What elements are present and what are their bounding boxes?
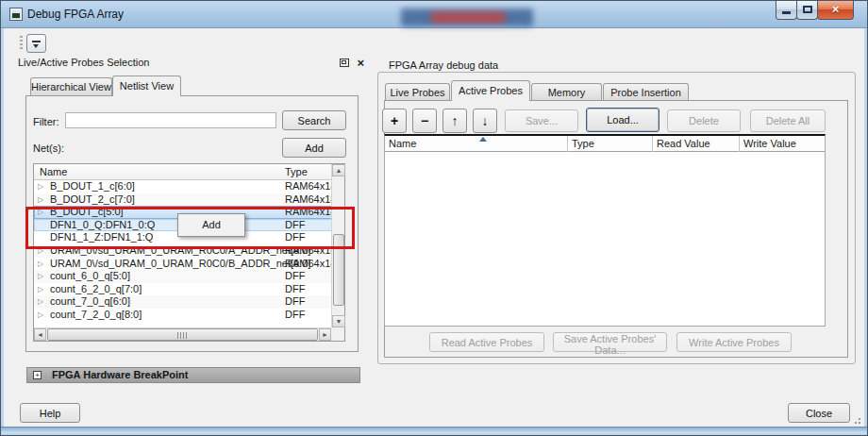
column-header-name[interactable]: Name (385, 136, 568, 152)
expander-icon[interactable]: ▷ (38, 270, 43, 283)
load-button[interactable]: Load... (586, 108, 659, 132)
netlist-table: Name Type ▷B_DOUT_1_c[6:0]RAM64x18▷B_DOU… (33, 163, 345, 342)
tab-probe-insertion[interactable]: Probe Insertion (603, 83, 689, 101)
filter-label: Filter: (33, 116, 59, 127)
horizontal-scroll-thumb[interactable] (47, 328, 318, 341)
app-icon (9, 8, 23, 21)
scroll-right-icon[interactable]: ► (319, 328, 331, 341)
window-border-right (864, 28, 867, 428)
close-dock-icon[interactable]: × (357, 56, 364, 70)
minimize-button[interactable] (776, 1, 797, 20)
context-menu-item-add[interactable]: Add (180, 216, 242, 234)
window-title: Debug FPGA Array (27, 1, 124, 27)
tab-active-probes[interactable]: Active Probes (451, 80, 530, 101)
fpga-hardware-breakpoint-section[interactable]: + FPGA Hardware BreakPoint (26, 367, 360, 383)
expander-icon[interactable]: ▷ (38, 193, 43, 207)
vertical-scroll-thumb[interactable] (333, 234, 344, 306)
write-active-probes-button[interactable]: Write Active Probes (676, 332, 792, 352)
column-header-read-value[interactable]: Read Value (653, 136, 740, 152)
help-button[interactable]: Help (20, 403, 80, 423)
netlist-table-header[interactable]: Name Type (34, 164, 344, 180)
column-header-type[interactable]: Type (285, 166, 308, 177)
remove-probe-button[interactable]: − (412, 109, 437, 133)
minimize-icon (782, 11, 791, 14)
filter-icon (32, 41, 41, 42)
net-name: count_7_0_q[6:0] (50, 295, 130, 309)
close-button[interactable]: Close (788, 403, 850, 423)
add-net-button[interactable]: Add (282, 138, 346, 158)
dock-titlebar: Live/Active Probes Selection × (14, 55, 364, 72)
float-dock-icon[interactable] (340, 59, 349, 67)
net-row[interactable]: ▷count_7_2_0_q[8:0]DFF (34, 309, 332, 322)
window-border-bottom (1, 427, 867, 435)
expander-icon[interactable]: ▷ (38, 309, 43, 322)
tab-memory-blocks[interactable]: Memory Blocks (531, 83, 602, 101)
net-name: count_7_2_0_q[8:0] (50, 309, 142, 322)
net-row[interactable]: ▷B_DOUT_1_c[6:0]RAM64x18 (34, 180, 332, 193)
group-title: FPGA Array debug data (385, 59, 502, 71)
tab-hierarchical-view[interactable]: Hierarchical View (30, 77, 112, 96)
net-row[interactable]: ▷count_6_0_q[5:0]DFF (34, 270, 332, 283)
add-probe-button[interactable]: + (382, 109, 407, 133)
redacted-overlay (401, 8, 533, 26)
column-header-write-value[interactable]: Write Value (740, 136, 825, 152)
delete-all-button[interactable]: Delete All (750, 109, 826, 132)
expander-icon[interactable]: ▷ (38, 244, 43, 258)
scroll-down-icon[interactable]: ▼ (332, 315, 345, 327)
net-row[interactable]: ▷count_6_2_0_q[7:0]DFF (34, 283, 332, 296)
net-name: count_6_2_0_q[7:0] (50, 283, 142, 296)
net-type: DFF (285, 295, 305, 309)
expander-icon[interactable]: ▷ (38, 258, 43, 271)
sort-indicator-icon[interactable] (479, 137, 487, 142)
expander-icon[interactable]: ▷ (38, 180, 43, 193)
active-probes-table-header[interactable]: Name Type Read Value Write Value (385, 136, 825, 152)
vertical-scrollbar[interactable]: ▲ ▼ (331, 164, 344, 328)
tab-live-probes[interactable]: Live Probes (385, 83, 450, 101)
move-up-button[interactable]: ↑ (442, 109, 467, 133)
titlebar[interactable]: Debug FPGA Array × (1, 1, 867, 28)
expander-icon[interactable]: ▷ (38, 283, 43, 296)
net-type: RAM64x18 (285, 193, 332, 207)
filter-toolbar-button[interactable] (26, 34, 46, 53)
net-row[interactable]: ▷URAM_0\/sd_URAM_0_URAM_R0C0/A_ADDR_net[… (34, 244, 332, 258)
net-name: count_6_0_q[5:0] (50, 270, 130, 283)
netlist-rows: ▷B_DOUT_1_c[6:0]RAM64x18▷B_DOUT_2_c[7:0]… (34, 180, 332, 322)
filter-input[interactable] (65, 112, 276, 128)
net-type: RAM64x18 (285, 180, 332, 193)
net-type: DFF (285, 270, 305, 283)
scroll-left-icon[interactable]: ◄ (34, 328, 46, 341)
toolbar-drag-handle[interactable] (20, 36, 23, 51)
save-button[interactable]: Save... (505, 109, 578, 132)
expander-icon[interactable]: ▷ (38, 295, 43, 309)
net-name: B_DOUT_c[5:0] (50, 206, 124, 219)
search-button[interactable]: Search (282, 110, 346, 130)
context-menu: Add (177, 213, 245, 237)
tab-netlist-view[interactable]: Netlist View (112, 75, 181, 96)
breakpoint-section-label: FPGA Hardware BreakPoint (52, 369, 188, 380)
scroll-up-icon[interactable]: ▲ (332, 164, 345, 176)
scrollbar-corner (331, 327, 344, 341)
resize-grip[interactable] (852, 415, 861, 425)
net-name: URAM_0\/sd_URAM_0_URAM_R0C0/B_ADDR_net[9… (50, 258, 310, 271)
net-row[interactable]: ▷URAM_0\/sd_URAM_0_URAM_R0C0/B_ADDR_net[… (34, 258, 332, 271)
delete-button[interactable]: Delete (667, 109, 741, 132)
column-header-type[interactable]: Type (568, 136, 653, 152)
maximize-button[interactable] (796, 1, 818, 20)
net-type: DFF (285, 283, 305, 296)
net-row[interactable]: ▷count_7_0_q[6:0]DFF (34, 295, 332, 309)
column-header-name[interactable]: Name (40, 166, 67, 177)
net-name: B_DOUT_2_c[7:0] (50, 193, 135, 207)
maximize-icon (803, 6, 812, 13)
expander-icon[interactable]: ▷ (38, 206, 43, 219)
save-active-probes-data-button[interactable]: Save Active Probes' Data... (553, 332, 667, 352)
net-row[interactable]: ▷B_DOUT_2_c[7:0]RAM64x18 (34, 193, 332, 207)
close-window-button[interactable]: × (817, 1, 854, 20)
active-probes-table: Name Type Read Value Write Value (384, 134, 826, 327)
horizontal-scrollbar[interactable]: ◄ ► (34, 327, 332, 341)
move-down-button[interactable]: ↓ (473, 109, 497, 133)
expand-plus-icon[interactable]: + (33, 371, 42, 379)
debug-fpga-array-window: Debug FPGA Array × Live/Active Probes Se… (0, 0, 868, 436)
close-icon: × (818, 2, 853, 16)
read-active-probes-button[interactable]: Read Active Probes (429, 332, 544, 352)
net-type: RAM64x18 (285, 244, 332, 258)
